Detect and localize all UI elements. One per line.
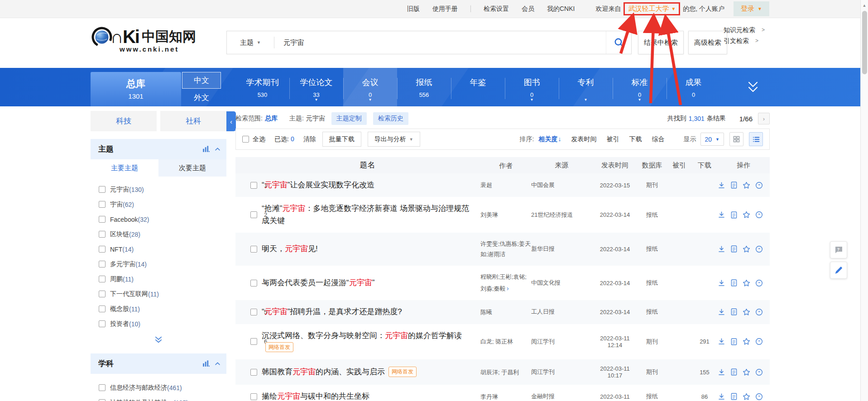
- row-checkbox[interactable]: [250, 309, 257, 315]
- nav-item-学术期刊[interactable]: 学术期刊530: [235, 68, 289, 106]
- download-icon[interactable]: [717, 337, 726, 346]
- source-cell[interactable]: 21世纪经济报道: [531, 211, 592, 219]
- read-online-icon[interactable]: [730, 368, 738, 376]
- next-page-button[interactable]: ›: [758, 113, 770, 124]
- sort-option-综合[interactable]: 综合: [652, 135, 665, 143]
- result-title-link[interactable]: 与两会代表委员一起漫游“元宇宙”: [262, 277, 480, 289]
- authors-cell[interactable]: 刘美琳: [480, 210, 531, 220]
- citation-search-link[interactable]: 引文检索 >: [724, 35, 765, 46]
- list-view-button[interactable]: [749, 132, 763, 146]
- tab-secondary-topic[interactable]: 次要主题: [158, 159, 226, 177]
- subject-filter-item[interactable]: 信息经济与邮政经济(461): [91, 380, 226, 395]
- checkbox[interactable]: [99, 216, 106, 223]
- checkbox[interactable]: [99, 399, 106, 401]
- download-icon[interactable]: [717, 279, 726, 287]
- topbar-link-4[interactable]: 我的CNKI: [547, 5, 575, 13]
- institution-dropdown[interactable]: 武汉轻工大学 ▼: [623, 2, 680, 15]
- clear-selection-button[interactable]: 清除: [303, 135, 316, 143]
- source-cell[interactable]: 阅江学刊: [531, 338, 592, 346]
- knowledge-element-search-link[interactable]: 知识元检索 >: [724, 24, 765, 35]
- quote-icon[interactable]: ”: [755, 368, 763, 377]
- checkbox[interactable]: [99, 231, 106, 238]
- quote-icon[interactable]: ”: [755, 279, 763, 287]
- chevron-down-icon[interactable]: ▼: [613, 98, 667, 102]
- checkbox[interactable]: [99, 320, 106, 327]
- authors-cell[interactable]: 裴超: [480, 180, 531, 190]
- favorite-icon[interactable]: [742, 337, 751, 346]
- result-title-link[interactable]: “元宇宙”让会展业实现数字化改造: [262, 179, 480, 191]
- select-all-label[interactable]: 全选: [253, 135, 265, 143]
- result-title-link[interactable]: 沉浸式网络、数字分身与映射空间：元宇宙的媒介哲学解读网络首发: [262, 330, 480, 354]
- row-checkbox[interactable]: [250, 369, 257, 376]
- search-button[interactable]: [606, 31, 631, 54]
- advanced-search-button[interactable]: 高级检索: [688, 31, 727, 54]
- authors-cell[interactable]: 程晓刚;王彬;袁铭;刘淼;秦毅›: [480, 272, 531, 294]
- checkbox[interactable]: [99, 276, 106, 282]
- nav-item-标准[interactable]: 标准0▼: [613, 68, 667, 106]
- tab-foreign[interactable]: 外文: [182, 89, 221, 106]
- chevron-up-icon[interactable]: [214, 360, 221, 367]
- row-checkbox[interactable]: [250, 280, 257, 286]
- nav-item-报纸[interactable]: 报纸556: [397, 68, 451, 106]
- sort-option-发表时间[interactable]: 发表时间: [571, 135, 597, 143]
- authors-cell[interactable]: 李丹琳: [480, 391, 531, 401]
- export-analysis-button[interactable]: 导出与分析 ▼: [368, 132, 420, 147]
- nav-item-total-hub[interactable]: 总库 1301: [91, 72, 181, 106]
- search-input[interactable]: [274, 39, 606, 47]
- chevron-down-icon[interactable]: ▼: [289, 98, 343, 102]
- topic-filter-item[interactable]: 元宇宙(130): [91, 182, 226, 197]
- source-cell[interactable]: 新华日报: [531, 245, 592, 253]
- authors-cell[interactable]: 陈曦: [480, 307, 531, 317]
- read-online-icon[interactable]: [730, 279, 738, 287]
- read-online-icon[interactable]: [730, 245, 738, 253]
- row-checkbox[interactable]: [250, 246, 257, 253]
- topic-filter-item[interactable]: 周鹏(11): [91, 272, 226, 286]
- sort-option-下载[interactable]: 下载: [629, 135, 642, 143]
- download-icon[interactable]: [717, 368, 726, 377]
- download-icon[interactable]: [717, 392, 726, 401]
- download-icon[interactable]: [717, 210, 726, 219]
- read-online-icon[interactable]: [730, 181, 738, 189]
- feedback-chat-button[interactable]: ?: [830, 241, 847, 258]
- header-source[interactable]: 来源: [531, 161, 592, 170]
- search-in-results-button[interactable]: 结果中检索: [638, 31, 684, 54]
- topic-filter-item[interactable]: NFT(14): [91, 242, 226, 257]
- favorite-icon[interactable]: [742, 392, 751, 401]
- topbar-link-1[interactable]: 使用手册: [432, 5, 458, 13]
- chevron-down-icon[interactable]: ▼: [505, 98, 559, 102]
- bar-chart-icon[interactable]: [202, 145, 210, 153]
- quote-icon[interactable]: ”: [755, 392, 763, 401]
- row-checkbox[interactable]: [250, 338, 257, 345]
- quote-icon[interactable]: ”: [755, 308, 763, 316]
- chevron-down-icon[interactable]: ▼: [559, 98, 613, 102]
- more-authors-chevron-icon[interactable]: ›: [507, 284, 509, 292]
- topbar-link-2[interactable]: 检索设置: [484, 5, 509, 13]
- nav-item-年鉴[interactable]: 年鉴: [451, 68, 505, 106]
- result-title-link[interactable]: 描绘元宇宙与碳中和的共生坐标: [262, 391, 480, 401]
- tab-chinese[interactable]: 中文: [182, 72, 221, 89]
- sidebar-collapse-button[interactable]: ‹: [226, 111, 236, 131]
- read-online-icon[interactable]: [730, 392, 738, 401]
- topic-filter-item[interactable]: 下一代互联网(11): [91, 286, 226, 301]
- favorite-icon[interactable]: [742, 181, 751, 190]
- source-cell[interactable]: 阅江学刊: [531, 368, 592, 376]
- header-title[interactable]: 题名: [262, 159, 480, 171]
- checkbox[interactable]: [99, 261, 106, 267]
- batch-download-button[interactable]: 批量下载: [322, 132, 361, 147]
- checkbox[interactable]: [99, 384, 106, 391]
- select-all-checkbox[interactable]: [242, 136, 249, 143]
- checkbox[interactable]: [99, 246, 106, 253]
- read-online-icon[interactable]: [730, 211, 738, 219]
- topbar-link-3[interactable]: 会员: [522, 5, 534, 13]
- quote-icon[interactable]: ”: [755, 181, 763, 190]
- topic-filter-item[interactable]: 多元宇宙(14): [91, 257, 226, 272]
- scrollbar-thumb[interactable]: [862, 11, 867, 74]
- topbar-link-0[interactable]: 旧版: [407, 5, 420, 13]
- nav-item-会议[interactable]: 会议0▼: [343, 68, 397, 106]
- search-history-button[interactable]: 检索历史: [373, 112, 408, 125]
- source-cell[interactable]: 金融时报: [531, 392, 592, 401]
- login-button[interactable]: 登录 ▼: [734, 1, 769, 16]
- nav-item-成果[interactable]: 成果0: [667, 68, 720, 106]
- quote-icon[interactable]: ”: [755, 337, 763, 346]
- favorite-icon[interactable]: [742, 368, 751, 377]
